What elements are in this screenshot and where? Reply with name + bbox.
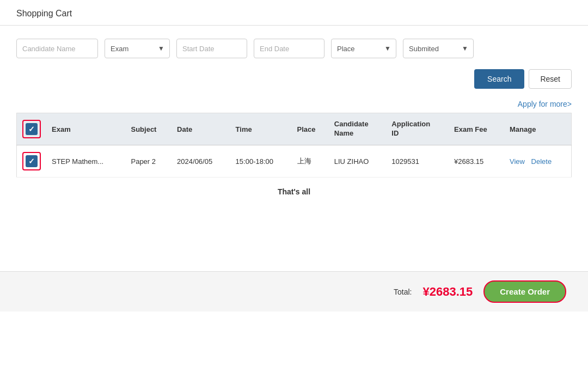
- table-row: ✓ STEP Mathem... Paper 2 2024/06/05 15:0…: [17, 145, 572, 178]
- col-application-id: ApplicationID: [386, 113, 449, 145]
- filter-row: Exam ▼ Place ▼ Submited Pending Pa: [16, 39, 572, 58]
- cell-candidate-name: LIU ZIHAO: [329, 145, 387, 178]
- filter-section: Exam ▼ Place ▼ Submited Pending Pa: [0, 26, 588, 64]
- delete-link[interactable]: Delete: [531, 157, 552, 166]
- status-select[interactable]: Submited Pending Paid: [403, 39, 474, 58]
- shopping-cart-table: ✓ Exam Subject Date Time Place Candidate…: [16, 113, 572, 178]
- create-order-button[interactable]: Create Order: [483, 280, 566, 303]
- row-checkmark: ✓: [28, 157, 35, 165]
- view-link[interactable]: View: [510, 157, 525, 166]
- page-title: Shopping Cart: [16, 9, 572, 19]
- col-exam-fee: Exam Fee: [449, 113, 504, 145]
- page-title-bar: Shopping Cart: [0, 0, 588, 26]
- footer-bar: Total: ¥2683.15 Create Order: [0, 271, 588, 311]
- header-checkmark: ✓: [28, 125, 35, 133]
- place-select-wrapper: Place ▼: [331, 39, 396, 58]
- header-checkbox-cell: ✓: [17, 113, 47, 145]
- total-amount: ¥2683.15: [423, 285, 473, 299]
- cell-date: 2024/06/05: [171, 145, 230, 178]
- status-select-wrapper: Submited Pending Paid ▼: [403, 39, 474, 58]
- buttons-row: Search Reset: [0, 64, 588, 89]
- footer-spacer: [0, 206, 588, 249]
- total-label: Total:: [394, 288, 412, 296]
- page-wrapper: Shopping Cart Exam ▼ Place ▼: [0, 0, 588, 391]
- table-header-row: ✓ Exam Subject Date Time Place Candidate…: [17, 113, 572, 145]
- row-checkbox-wrapper: ✓: [22, 152, 41, 170]
- header-checkbox-wrapper: ✓: [22, 120, 41, 138]
- row-checkbox[interactable]: ✓: [26, 155, 38, 167]
- cell-subject: Paper 2: [125, 145, 171, 178]
- col-subject: Subject: [125, 113, 171, 145]
- cell-exam-fee: ¥2683.15: [449, 145, 504, 178]
- col-date: Date: [171, 113, 230, 145]
- col-time: Time: [230, 113, 292, 145]
- search-button[interactable]: Search: [474, 69, 524, 89]
- end-date-input[interactable]: [254, 39, 324, 58]
- candidate-name-input[interactable]: [16, 39, 98, 58]
- cell-exam: STEP Mathem...: [46, 145, 125, 178]
- apply-more-row: Apply for more>: [0, 89, 588, 113]
- header-checkbox[interactable]: ✓: [26, 123, 38, 135]
- reset-button[interactable]: Reset: [529, 69, 572, 89]
- exam-select-wrapper: Exam ▼: [105, 39, 170, 58]
- col-exam: Exam: [46, 113, 125, 145]
- col-place: Place: [292, 113, 329, 145]
- exam-select[interactable]: Exam: [105, 39, 170, 58]
- cell-application-id: 1029531: [386, 145, 449, 178]
- table-section: ✓ Exam Subject Date Time Place Candidate…: [0, 113, 588, 206]
- row-checkbox-cell: ✓: [17, 145, 47, 178]
- start-date-input[interactable]: [176, 39, 247, 58]
- apply-more-link[interactable]: Apply for more>: [518, 100, 572, 108]
- col-candidate-name: CandidateName: [329, 113, 387, 145]
- cell-manage: View Delete: [504, 145, 571, 178]
- cell-place: 上海: [292, 145, 329, 178]
- col-manage: Manage: [504, 113, 571, 145]
- thats-all: That's all: [16, 178, 572, 206]
- cell-time: 15:00-18:00: [230, 145, 292, 178]
- place-select[interactable]: Place: [331, 39, 396, 58]
